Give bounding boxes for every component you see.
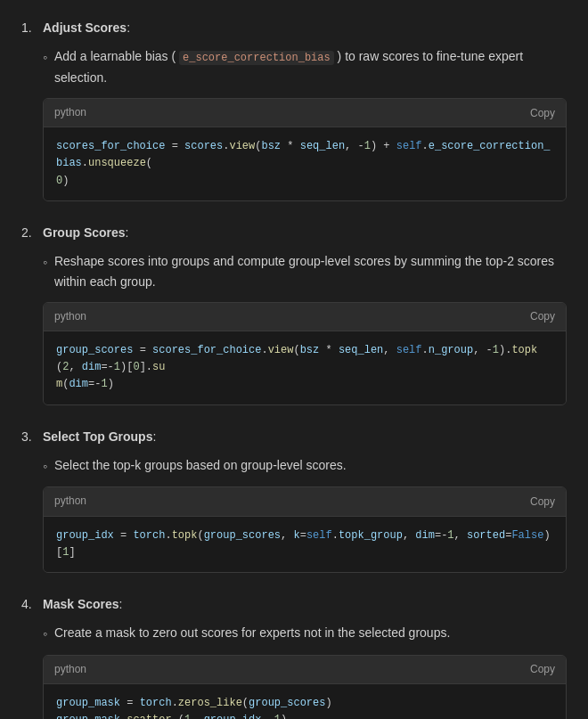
description-4: ◦ Create a mask to zero out scores for e…	[43, 623, 567, 643]
code-lang-4: python	[54, 661, 86, 678]
code-pre-4: group_mask = torch.zeros_like(group_scor…	[56, 695, 553, 719]
code-lang-1: python	[54, 104, 86, 121]
description-2: ◦ Reshape scores into groups and compute…	[43, 251, 567, 291]
code-block-3: python Copy group_idx = torch.topk(group…	[43, 486, 567, 573]
description-text-1: Add a learnable bias ( e_score_correctio…	[54, 46, 567, 87]
bullet-dot-3: ◦	[43, 456, 47, 476]
code-pre-1: scores_for_choice = scores.view(bsz * se…	[56, 138, 553, 190]
code-body-2: group_scores = scores_for_choice.view(bs…	[44, 331, 566, 404]
description-text-4: Create a mask to zero out scores for exp…	[54, 623, 450, 642]
section-3: 3. Select Top Groups: ◦ Select the top-k…	[21, 427, 567, 573]
copy-button-3[interactable]: Copy	[530, 495, 555, 508]
code-block-2: python Copy group_scores = scores_for_ch…	[43, 302, 567, 405]
code-header-4: python Copy	[44, 656, 566, 684]
section-title-2: Group Scores:	[43, 223, 128, 242]
bullet-dot-4: ◦	[43, 624, 47, 643]
code-body-4: group_mask = torch.zeros_like(group_scor…	[44, 684, 566, 719]
code-lang-2: python	[54, 308, 86, 325]
section-title-4: Mask Scores:	[43, 594, 123, 614]
code-header-1: python Copy	[44, 99, 566, 127]
inline-code-1: e_score_correction_bias	[179, 51, 334, 65]
section-number-1: 1.	[21, 18, 37, 37]
section-header-3: 3. Select Top Groups:	[21, 427, 567, 446]
section-header-4: 4. Mask Scores:	[21, 594, 567, 614]
section-2: 2. Group Scores: ◦ Reshape scores into g…	[21, 223, 567, 405]
code-block-4: python Copy group_mask = torch.zeros_lik…	[43, 655, 567, 719]
description-3: ◦ Select the top-k groups based on group…	[43, 455, 567, 476]
section-number-2: 2.	[21, 223, 37, 242]
section-number-3: 3.	[21, 427, 37, 446]
code-header-2: python Copy	[44, 303, 566, 331]
description-text-3: Select the top-k groups based on group-l…	[54, 455, 347, 475]
code-header-3: python Copy	[44, 487, 566, 516]
section-header-1: 1. Adjust Scores:	[21, 18, 567, 37]
code-body-1: scores_for_choice = scores.view(bsz * se…	[44, 127, 566, 200]
section-title-1: Adjust Scores:	[43, 18, 130, 37]
bullet-dot-2: ◦	[43, 252, 47, 272]
section-number-4: 4.	[21, 594, 37, 614]
code-pre-3: group_idx = torch.topk(group_scores, k=s…	[56, 527, 553, 561]
copy-button-4[interactable]: Copy	[530, 663, 555, 675]
section-header-2: 2. Group Scores:	[21, 223, 567, 242]
section-1: 1. Adjust Scores: ◦ Add a learnable bias…	[21, 18, 567, 201]
section-4: 4. Mask Scores: ◦ Create a mask to zero …	[21, 594, 567, 719]
section-title-3: Select Top Groups:	[43, 427, 156, 446]
copy-button-2[interactable]: Copy	[530, 310, 555, 323]
code-lang-3: python	[54, 493, 86, 510]
code-body-3: group_idx = torch.topk(group_scores, k=s…	[44, 517, 566, 572]
code-pre-2: group_scores = scores_for_choice.view(bs…	[56, 342, 553, 394]
description-text-2: Reshape scores into groups and compute g…	[54, 251, 567, 291]
bullet-dot-1: ◦	[43, 47, 47, 67]
code-block-1: python Copy scores_for_choice = scores.v…	[43, 98, 567, 201]
description-1: ◦ Add a learnable bias ( e_score_correct…	[43, 46, 567, 87]
copy-button-1[interactable]: Copy	[530, 107, 555, 119]
